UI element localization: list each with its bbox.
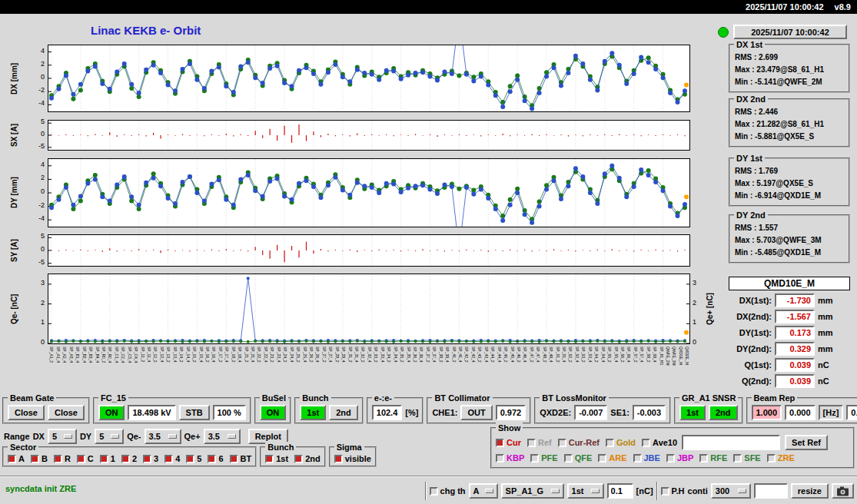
bunch-1st-button[interactable]: 1st bbox=[300, 405, 326, 420]
sector-checkbox-5[interactable]: 5 bbox=[186, 454, 201, 463]
bpm-name-label: SP_61_H1 bbox=[657, 346, 663, 391]
menu-indicator-icon bbox=[228, 434, 236, 439]
bpm-name-label: SP_14_2 bbox=[178, 346, 184, 391]
ee-ratio-unit: [%] bbox=[405, 408, 418, 417]
bunch-checkbox-2nd[interactable]: 2nd bbox=[294, 454, 321, 463]
set-ref-input[interactable] bbox=[682, 435, 780, 450]
sector-checkbox-bt[interactable]: BT bbox=[230, 454, 252, 463]
beam-gate-label: Beam Gate bbox=[8, 393, 56, 403]
sigma-checkbox-visible[interactable]: visible bbox=[334, 454, 371, 463]
timestamp-display: 2025/11/07 10:00:42 bbox=[733, 25, 847, 39]
range-qminus-menu[interactable]: 3.5 bbox=[144, 429, 181, 444]
show-checkbox-zre[interactable]: ZRE bbox=[767, 453, 795, 463]
status-bar-controls: chg th A SP_A1_G 1st [nC] P.H conti bbox=[425, 482, 854, 500]
bunch-2nd-button[interactable]: 2nd bbox=[329, 405, 358, 420]
sector-checkbox-4[interactable]: 4 bbox=[164, 454, 180, 463]
show-checkbox-jbp[interactable]: JBP bbox=[666, 453, 693, 463]
qmd-row-value: -1.567 bbox=[775, 310, 815, 323]
bpm-name-label: SP_46_4 bbox=[521, 346, 527, 391]
show-checkbox-rfe[interactable]: RFE bbox=[699, 453, 727, 463]
bunch-menu[interactable]: 1st bbox=[567, 483, 604, 499]
bpm-name-label: SP_32_2 bbox=[359, 346, 365, 391]
beam-gate-close-2-button[interactable]: Close bbox=[48, 405, 85, 420]
y-axis-label-q: Qe- [nC] bbox=[8, 274, 20, 344]
fc15-stb-button[interactable]: STB bbox=[179, 405, 210, 420]
fc15-percent-display: 100 % bbox=[213, 405, 246, 420]
stats-max: Max : 5.703@QWFE_3M bbox=[735, 234, 845, 247]
bpm-name-label: SP_53_4 bbox=[586, 346, 592, 391]
show-checkbox-cur-ref[interactable]: Cur-Ref bbox=[558, 438, 600, 447]
sector-checkbox-r[interactable]: R bbox=[54, 454, 71, 463]
bpm-name-label: SP_31_4 bbox=[353, 346, 359, 391]
se1-value-display: -0.003 bbox=[633, 405, 666, 420]
range-dy-menu[interactable]: 5 bbox=[95, 429, 124, 444]
sector-checkbox-1[interactable]: 1 bbox=[100, 454, 115, 463]
camera-icon bbox=[836, 486, 849, 496]
snapshot-button[interactable] bbox=[832, 483, 854, 499]
qmd-rows: DX(1st):-1.730mmDX(2nd):-1.567mmDY(1st):… bbox=[729, 293, 850, 388]
menu-indicator-icon bbox=[168, 434, 177, 439]
checkbox-box bbox=[564, 454, 573, 463]
beam-gate-frame: Beam Gate Close Close bbox=[2, 397, 90, 424]
control-row-1: Beam Gate Close Close FC_15 ON 18.498 kV… bbox=[2, 397, 855, 424]
fc15-on-button[interactable]: ON bbox=[98, 405, 125, 420]
beam-gate-close-1-button[interactable]: Close bbox=[8, 405, 45, 420]
ytick-label: 0 bbox=[28, 130, 45, 138]
page-title: Linac KEKB e- Orbit bbox=[91, 24, 201, 37]
checkbox-box bbox=[143, 455, 151, 463]
sector-frame: Sector ABRC123456BT bbox=[2, 446, 257, 467]
sector-checkbox-2[interactable]: 2 bbox=[121, 454, 137, 463]
bpm-name-label: SP_37_4 bbox=[430, 346, 437, 391]
bpm-name-label: SP_54_2 bbox=[593, 346, 599, 391]
range-dx-menu[interactable]: 5 bbox=[48, 429, 77, 444]
show-checkbox-pfe[interactable]: PFE bbox=[530, 453, 557, 463]
sector-checkbox-label: 3 bbox=[154, 454, 158, 463]
sector-checkbox-a[interactable]: A bbox=[8, 454, 25, 463]
range-qminus-value: 3.5 bbox=[149, 432, 161, 441]
menu-indicator-icon bbox=[485, 489, 493, 493]
threshold-sector-menu[interactable]: A bbox=[469, 483, 498, 499]
show-frame: Show CurRefCur-RefGoldAve10 Set Ref KBPP… bbox=[490, 427, 855, 469]
beam-rep-value-1: 1.000 bbox=[752, 405, 782, 420]
interval-input[interactable] bbox=[754, 483, 788, 499]
show-checkbox-gold[interactable]: Gold bbox=[606, 438, 636, 447]
show-checkbox-cur[interactable]: Cur bbox=[496, 438, 521, 447]
sector-checkbox-6[interactable]: 6 bbox=[208, 454, 223, 463]
stats-dy-2nd-label: DY 2nd bbox=[734, 210, 768, 220]
qmd-title: QMD10E_M bbox=[729, 277, 850, 290]
bpm-name-label: QXD1E_M bbox=[676, 346, 683, 391]
resize-button[interactable]: resize bbox=[791, 483, 829, 499]
set-ref-button[interactable]: Set Ref bbox=[785, 435, 828, 450]
show-checkbox-sfe[interactable]: SFE bbox=[733, 453, 760, 463]
threshold-input[interactable] bbox=[607, 483, 633, 499]
snsr-2nd-button[interactable]: 2nd bbox=[709, 405, 738, 420]
bpm-name-label: SP_25_4 bbox=[301, 346, 307, 391]
ph-checkbox[interactable]: P.H bbox=[661, 486, 685, 496]
bunch-checkbox-1st[interactable]: 1st bbox=[265, 454, 288, 463]
qmd-row-unit: nC bbox=[818, 360, 829, 370]
device-menu[interactable]: SP_A1_G bbox=[501, 483, 564, 499]
show-checkbox-ave10[interactable]: Ave10 bbox=[642, 438, 677, 447]
che1-out-button[interactable]: OUT bbox=[460, 405, 492, 420]
show-checkbox-jbe[interactable]: JBE bbox=[633, 453, 660, 463]
stats-rms: RMS : 1.557 bbox=[735, 222, 845, 234]
checkbox-box bbox=[54, 455, 62, 463]
sector-checkbox-b[interactable]: B bbox=[31, 454, 48, 463]
snsr-1st-button[interactable]: 1st bbox=[679, 405, 706, 420]
bt-collimator-frame: BT Collimator CHE1: OUT 0.972 bbox=[427, 397, 531, 424]
sector-checkbox-3[interactable]: 3 bbox=[143, 454, 158, 463]
sector-checkbox-c[interactable]: C bbox=[77, 454, 94, 463]
busel-on-button[interactable]: ON bbox=[260, 405, 287, 420]
show-checkbox-kbp[interactable]: KBP bbox=[496, 453, 524, 463]
show-checkbox-ref[interactable]: Ref bbox=[527, 438, 552, 447]
interval-menu[interactable]: 300 bbox=[711, 483, 751, 499]
menu-indicator-icon bbox=[738, 489, 746, 493]
range-qplus-menu[interactable]: 3.5 bbox=[204, 429, 241, 444]
show-checkbox-are[interactable]: ARE bbox=[598, 453, 626, 463]
beam-rep-value-2: 0.000 bbox=[785, 405, 815, 420]
titlebar-datetime: 2025/11/07 10:00:42 bbox=[746, 2, 824, 12]
show-checkbox-qfe[interactable]: QFE bbox=[564, 453, 593, 463]
bpm-name-label: SP_47_4 bbox=[534, 346, 540, 391]
bpm-name-label: SP_18_4 bbox=[236, 346, 242, 391]
chg-th-checkbox[interactable]: chg th bbox=[430, 486, 466, 496]
